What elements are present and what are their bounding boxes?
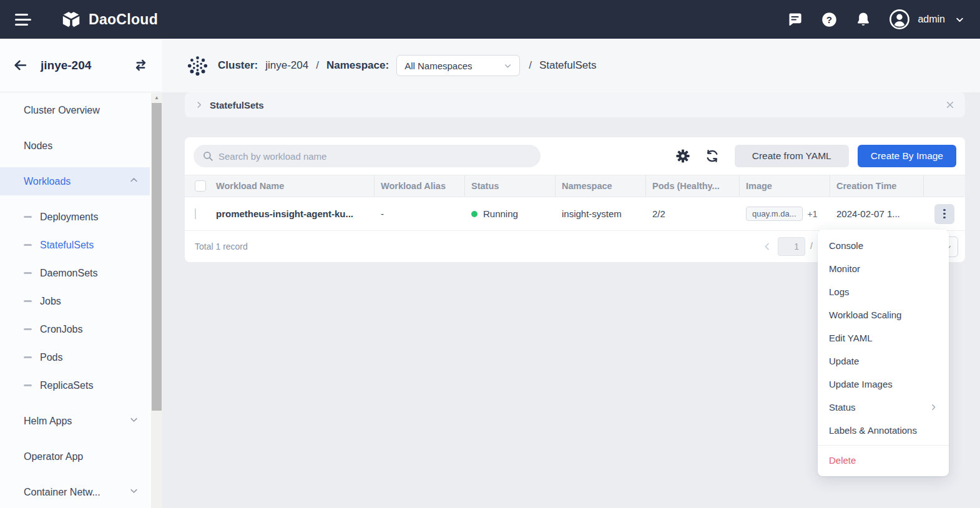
col-workload-alias: Workload Alias: [375, 175, 465, 197]
cell-namespace: insight-system: [556, 208, 646, 219]
avatar: [889, 9, 910, 30]
total-records: Total 1 record: [195, 242, 248, 252]
namespace-label: Namespace:: [326, 59, 389, 72]
page-title: StatefulSets: [539, 59, 597, 72]
menu-item-monitor[interactable]: Monitor: [818, 257, 949, 280]
topbar: DaoCloud ? admin: [0, 0, 980, 39]
namespace-select[interactable]: All Namespaces: [396, 55, 520, 76]
submenu-chevron-right-icon: [929, 403, 938, 411]
cell-workload-alias: -: [375, 208, 465, 219]
chevron-down-icon: [129, 486, 139, 498]
cluster-value: jinye-204: [265, 59, 308, 72]
sidebar-scrollbar[interactable]: ▲: [151, 93, 162, 508]
search-input[interactable]: [218, 151, 532, 162]
sidebar-item-nodes[interactable]: Nodes: [0, 132, 150, 160]
sidebar-item-replicasets[interactable]: ReplicaSets: [0, 371, 150, 399]
header-checkbox[interactable]: [195, 180, 206, 192]
cell-creation-time: 2024-02-07 1...: [830, 208, 924, 219]
menu-item-update-images[interactable]: Update Images: [818, 373, 949, 396]
search-box[interactable]: [194, 145, 541, 167]
toolbar-right: Create from YAML Create By Image: [676, 145, 956, 167]
settings-gear-icon[interactable]: [676, 149, 690, 163]
cell-pods: 2/2: [646, 208, 740, 219]
sidebar-item-pods[interactable]: Pods: [0, 343, 150, 371]
separator: /: [316, 59, 319, 72]
help-icon[interactable]: ?: [821, 11, 838, 28]
menu-item-status[interactable]: Status: [818, 396, 949, 419]
dash-icon: [24, 384, 32, 386]
col-pods: Pods (Healthy...: [646, 175, 740, 197]
sidebar-header: jinye-204: [0, 39, 162, 92]
chat-icon[interactable]: [786, 11, 803, 28]
sidebar-item-workloads[interactable]: Workloads: [0, 167, 150, 195]
brand-name: DaoCloud: [89, 11, 158, 28]
menu-item-update[interactable]: Update: [818, 349, 949, 373]
image-more-count: +1: [808, 209, 818, 219]
menu-item-console[interactable]: Console: [818, 234, 949, 257]
switch-cluster-icon[interactable]: [133, 57, 149, 73]
menu-divider: [818, 445, 949, 446]
topbar-right: ? admin: [769, 9, 964, 30]
row-checkbox[interactable]: [195, 208, 196, 219]
sidebar-item-cluster-overview[interactable]: Cluster Overview: [0, 96, 150, 124]
menu-item-labels-annotations[interactable]: Labels & Annotations: [818, 419, 949, 442]
user-name: admin: [918, 14, 945, 25]
menu-item-edit-yaml[interactable]: Edit YAML: [818, 326, 949, 349]
col-image: Image: [740, 175, 830, 197]
cluster-label: Cluster:: [218, 59, 258, 72]
chevron-down-icon: [129, 415, 139, 427]
breadcrumb-tab-label: StatefulSets: [210, 100, 264, 110]
bell-icon[interactable]: [855, 11, 871, 27]
col-creation-time: Creation Time: [830, 175, 924, 197]
dash-icon: [24, 328, 32, 330]
dash-icon: [24, 356, 32, 358]
sidebar-item-statefulsets[interactable]: StatefulSets: [0, 231, 150, 259]
col-status: Status: [465, 175, 556, 197]
sidebar-item-container-network[interactable]: Container Netw...: [0, 478, 150, 506]
sidebar-item-deployments[interactable]: Deployments: [0, 203, 150, 231]
dash-icon: [24, 272, 32, 274]
daocloud-brand[interactable]: DaoCloud: [60, 8, 158, 31]
create-by-image-button[interactable]: Create By Image: [858, 145, 956, 167]
sidebar-menu: Cluster Overview Nodes Workloads Deploym…: [0, 92, 162, 506]
dash-icon: [24, 244, 32, 246]
page-separator: /: [810, 241, 813, 251]
cell-image: quay.m.da... +1: [740, 207, 830, 221]
cell-status: Running: [465, 208, 556, 219]
page-number-input[interactable]: [778, 237, 805, 256]
col-actions: [924, 175, 965, 197]
separator: /: [529, 59, 532, 72]
table-row: prometheus-insight-agent-ku... - Running…: [185, 197, 965, 231]
row-actions-kebab-button[interactable]: [934, 204, 954, 224]
prev-page-icon[interactable]: [762, 242, 772, 252]
hamburger-menu-icon[interactable]: [15, 14, 31, 26]
breadcrumb-bar: StatefulSets: [185, 92, 965, 117]
daocloud-logo-icon: [60, 8, 82, 31]
sidebar-item-cronjobs[interactable]: CronJobs: [0, 315, 150, 343]
menu-item-delete[interactable]: Delete: [818, 449, 949, 472]
close-icon[interactable]: [945, 100, 955, 110]
workloads-submenu: Deployments StatefulSets DaemonSets Jobs…: [0, 203, 162, 399]
cluster-name-title: jinye-204: [41, 59, 133, 72]
cell-workload-name[interactable]: prometheus-insight-agent-ku...: [210, 208, 375, 219]
main-header: Cluster: jinye-204 / Namespace: All Name…: [162, 39, 980, 92]
refresh-icon[interactable]: [705, 149, 720, 164]
menu-item-workload-scaling[interactable]: Workload Scaling: [818, 303, 949, 326]
svg-text:?: ?: [826, 14, 832, 24]
sidebar-item-helm-apps[interactable]: Helm Apps: [0, 407, 150, 435]
dash-icon: [24, 300, 32, 302]
user-menu[interactable]: admin: [889, 9, 964, 30]
user-chevron-down-icon: [955, 15, 964, 24]
toolbar: Create from YAML Create By Image: [185, 137, 965, 175]
back-arrow-icon[interactable]: [12, 57, 28, 73]
scrollbar-thumb[interactable]: [152, 103, 162, 411]
col-workload-name: Workload Name: [210, 175, 375, 197]
chevron-right-icon[interactable]: [195, 100, 203, 109]
sidebar-item-daemonsets[interactable]: DaemonSets: [0, 259, 150, 287]
sidebar-item-operator-app[interactable]: Operator App: [0, 442, 150, 471]
create-from-yaml-button[interactable]: Create from YAML: [735, 145, 849, 167]
sidebar-item-jobs[interactable]: Jobs: [0, 287, 150, 315]
status-text: Running: [483, 208, 518, 219]
scrollbar-up-arrow[interactable]: ▲: [151, 93, 162, 102]
menu-item-logs[interactable]: Logs: [818, 280, 949, 303]
